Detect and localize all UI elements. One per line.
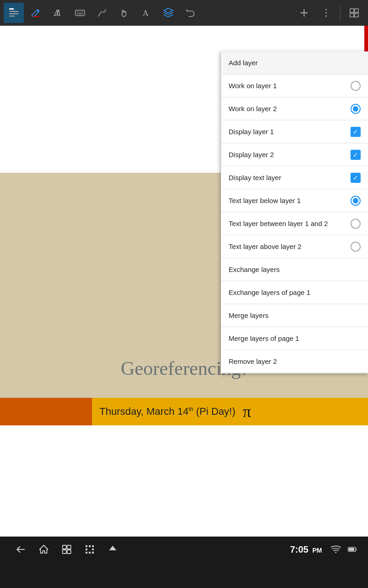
undo-icon[interactable]	[180, 3, 201, 23]
home-icon[interactable]	[32, 538, 55, 561]
canvas-lower	[0, 425, 368, 553]
layers-icon[interactable]	[158, 3, 178, 23]
radio-text-above-layer-2	[351, 242, 361, 252]
menu-item-work-layer-1-label: Work on layer 1	[229, 82, 277, 90]
menu-item-display-text-layer[interactable]: Display text layer ✓	[221, 166, 368, 189]
fullscreen-icon[interactable]	[344, 3, 364, 23]
svg-point-17	[326, 16, 327, 17]
menu-item-work-layer-2[interactable]: Work on layer 2	[221, 97, 368, 120]
nav-clock: 7:05 PM	[290, 544, 322, 555]
menu-item-add-layer-label: Add layer	[229, 59, 258, 67]
menu-item-text-above-layer-2-label: Text layer above layer 2	[229, 243, 301, 250]
svg-rect-27	[89, 545, 91, 547]
svg-rect-32	[89, 552, 91, 554]
svg-rect-4	[9, 16, 15, 17]
pen-svg	[30, 7, 41, 18]
svg-rect-21	[355, 13, 358, 17]
main-content: Georeferencing! Thursday, March 14th (Pi…	[0, 26, 368, 562]
svg-rect-29	[86, 548, 87, 550]
svg-rect-22	[63, 545, 66, 549]
app-icon[interactable]	[4, 3, 24, 23]
menu-item-display-layer-1-label: Display layer 1	[229, 128, 274, 136]
svg-rect-6	[75, 10, 85, 16]
nav-status-group: 7:05 PM	[290, 543, 359, 556]
svg-rect-18	[350, 9, 354, 12]
svg-rect-24	[63, 550, 66, 554]
checkbox-display-layer-2: ✓	[351, 150, 361, 160]
hand-icon[interactable]	[114, 3, 134, 23]
add-svg	[299, 7, 310, 18]
menu-item-work-layer-2-label: Work on layer 2	[229, 105, 277, 113]
stroke-svg	[97, 7, 108, 18]
svg-point-16	[326, 12, 327, 14]
menu-item-remove-layer-2[interactable]: Remove layer 2	[221, 350, 368, 373]
eraser-icon[interactable]	[48, 3, 68, 23]
eraser-svg	[52, 7, 63, 18]
radio-work-layer-2	[351, 104, 361, 114]
pi-symbol: π	[243, 402, 251, 421]
svg-rect-23	[67, 545, 71, 549]
pi-day-text: Thursday, March 14th (Pi Day!)	[99, 406, 236, 418]
menu-item-add-layer[interactable]: Add layer	[221, 51, 368, 74]
menu-item-work-layer-1[interactable]: Work on layer 1	[221, 74, 368, 97]
menu-item-exchange-layers-page[interactable]: Exchange layers of page 1	[221, 281, 368, 304]
more-icon[interactable]	[316, 3, 336, 23]
svg-rect-3	[9, 13, 18, 14]
add-icon[interactable]	[294, 3, 314, 23]
menu-item-exchange-layers[interactable]: Exchange layers	[221, 258, 368, 281]
svg-rect-2	[9, 11, 18, 12]
menu-item-display-text-layer-label: Display text layer	[229, 174, 281, 181]
svg-rect-30	[92, 548, 94, 550]
radio-text-below-layer-1	[351, 196, 361, 206]
menu-item-remove-layer-2-label: Remove layer 2	[229, 357, 277, 365]
back-icon[interactable]	[9, 538, 32, 561]
menu-item-text-between-layers[interactable]: Text layer between layer 1 and 2	[221, 212, 368, 235]
keyboard-svg	[75, 7, 86, 18]
svg-rect-36	[356, 548, 356, 550]
menu-item-text-above-layer-2[interactable]: Text layer above layer 2	[221, 235, 368, 258]
svg-point-34	[335, 552, 337, 553]
stroke-icon[interactable]	[92, 3, 112, 23]
menu-item-merge-layers[interactable]: Merge layers	[221, 304, 368, 327]
layers-svg	[163, 7, 174, 18]
battery-icon	[346, 543, 359, 556]
dropdown-menu: Add layer Work on layer 1 Work on layer …	[221, 51, 368, 373]
svg-rect-0	[7, 6, 20, 19]
toolbar-separator	[340, 6, 340, 20]
pen-icon[interactable]	[26, 3, 46, 23]
hand-svg	[119, 7, 130, 18]
pi-day-banner: Thursday, March 14th (Pi Day!) π	[0, 398, 368, 425]
svg-rect-37	[349, 548, 354, 551]
menu-item-display-layer-2[interactable]: Display layer 2 ✓	[221, 143, 368, 166]
menu-item-text-below-layer-1-label: Text layer below layer 1	[229, 197, 301, 204]
wifi-icon	[329, 543, 342, 556]
keyboard-icon[interactable]	[70, 3, 90, 23]
menu-item-merge-layers-label: Merge layers	[229, 311, 269, 319]
svg-rect-31	[86, 552, 87, 554]
pi-day-yellow: Thursday, March 14th (Pi Day!) π	[92, 398, 368, 425]
svg-rect-28	[92, 545, 94, 547]
up-icon[interactable]	[101, 538, 124, 561]
recent-apps-icon[interactable]	[55, 538, 78, 561]
svg-rect-33	[92, 552, 94, 554]
svg-rect-1	[9, 8, 14, 10]
more-svg	[321, 7, 332, 18]
fullscreen-svg	[349, 7, 360, 18]
undo-svg	[185, 7, 196, 18]
pi-day-orange	[0, 398, 92, 425]
app-icon-svg	[7, 6, 20, 19]
svg-text:A: A	[143, 9, 149, 18]
menu-item-exchange-layers-label: Exchange layers	[229, 266, 280, 273]
text-icon[interactable]: A	[136, 3, 156, 23]
menu-item-merge-layers-page[interactable]: Merge layers of page 1	[221, 327, 368, 350]
menu-item-display-layer-1[interactable]: Display layer 1 ✓	[221, 120, 368, 143]
menu-item-merge-layers-page-label: Merge layers of page 1	[229, 334, 299, 342]
checkbox-display-text-layer: ✓	[351, 173, 361, 183]
nav-bar: 7:05 PM	[0, 537, 368, 562]
grid-icon[interactable]	[78, 538, 101, 561]
menu-item-exchange-layers-page-label: Exchange layers of page 1	[229, 288, 310, 296]
svg-rect-19	[355, 9, 358, 12]
menu-item-text-below-layer-1[interactable]: Text layer below layer 1	[221, 189, 368, 212]
menu-item-text-between-layers-label: Text layer between layer 1 and 2	[229, 220, 328, 227]
toolbar: A	[0, 0, 368, 26]
